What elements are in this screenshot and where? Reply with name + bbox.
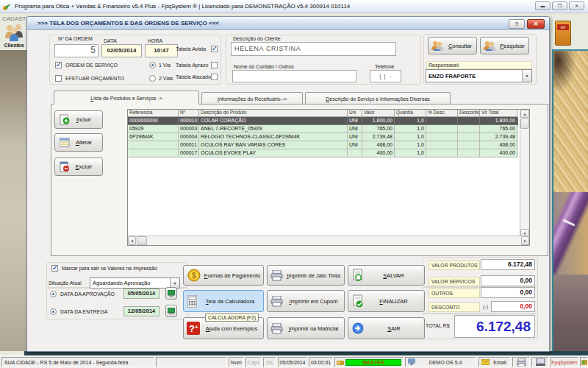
horizontal-scroll-thumb[interactable] [137,236,147,245]
status-empty [156,357,227,367]
imprimir-matricial-label: Imprimir na Matricial [283,325,344,332]
valor-produtos-label: VALOR PRODUTOS [429,261,480,270]
formas-pagamento-button[interactable]: $ Formas de Pagamento [183,265,264,286]
background-photo-left [0,50,26,351]
table-row[interactable]: 6P29IM4K000004RELOGIO TECHNOS-CLASSIC-6P… [128,133,518,141]
via2-radio[interactable] [149,75,156,82]
grid-horizontal-scrollbar[interactable]: ◄ ► [128,236,529,245]
table-row[interactable]: 000011OCULOS RAY BAN VARIAS CORESUNI468,… [128,141,518,149]
scroll-right-button[interactable]: ► [521,236,529,245]
responsible-dropdown-arrow[interactable]: ▼ [522,70,531,82]
client-field[interactable]: HELENA CRISTINA [231,42,396,56]
excluir-label: Excluir [70,163,98,170]
grid-column-header[interactable]: % Desc. [426,110,458,117]
tab-lista-produtos-label: Lista de Produtos e Serviços -> [90,96,162,101]
sair-button[interactable]: SAIR [348,317,425,339]
dialog-close-button[interactable]: ✕ [527,19,545,29]
consultar-label: Consultar [444,43,476,49]
excluir-button[interactable]: Excluir [54,158,103,176]
tab-informacoes-receituario[interactable]: Informações do Receituário -> [201,92,303,105]
toolbar-icon-right[interactable]: GF [555,21,571,46]
imprimir-cupom-button[interactable]: Imprimir em Cupom [267,290,345,312]
grid-column-header[interactable]: Quantia [395,110,426,117]
calculadora-label: Tela da Calculadora [197,298,263,305]
grid-column-header[interactable]: Uni [348,110,362,117]
table-cell: 1,0 [395,125,426,133]
alterar-button[interactable]: Alterar [54,133,103,152]
finalizar-button[interactable]: FINALIZAR [348,290,425,312]
entrega-radio[interactable] [50,308,57,315]
aprovacao-radio[interactable] [50,291,57,297]
grid-column-header[interactable]: Valor [362,110,395,117]
entrega-date-field[interactable]: 12/05/2014 [123,306,159,316]
tabela-aprazo-checkbox[interactable] [211,62,218,68]
status-display[interactable] [531,357,549,367]
table-cell: 1,0 [395,133,426,141]
calculadora-button[interactable]: Tela da Calculadora [183,290,264,312]
grid-column-header[interactable]: Nº [179,110,199,117]
via1-radio[interactable] [149,62,156,68]
table-cell: 1.800,00 [480,117,517,125]
imprimir-matricial-button[interactable]: Imprimir na Matricial [267,317,345,339]
scroll-left-button[interactable]: ◄ [128,236,136,245]
incluir-button[interactable]: Incluir [54,110,103,129]
user-key-icon [337,358,344,366]
via1-label: 1 Via [159,63,171,68]
table-row[interactable]: 0000000000000010COLAR CORAÇÃOUNI1.800,00… [128,117,518,125]
toolbar-item-clientes[interactable]: Clientes [1,24,26,50]
grid-column-header[interactable]: Descrição do Produto [199,110,348,117]
tab-lista-produtos[interactable]: Lista de Produtos e Serviços -> [54,91,199,105]
status-email[interactable]: Email [478,357,511,367]
finalizar-label: FINALIZAR [363,298,424,305]
entrega-calendar-button[interactable] [165,305,177,317]
aprovacao-label: DATA DA APROVAÇÃO [60,291,115,297]
date-field[interactable]: 02/05/2014 [101,44,142,57]
order-number-field[interactable]: 5 [54,44,98,57]
ajuda-label: Ajuda com Exemplos [200,325,263,332]
imprimir-jato-button[interactable]: Imprimir de Jato Tinta [267,265,345,286]
grid-column-header[interactable]: Desconto [458,110,480,117]
ordem-servico-checkbox[interactable] [55,62,62,68]
status-printer[interactable] [512,357,530,367]
aprovacao-calendar-button[interactable] [165,287,177,300]
ordem-servico-label: ORDEM DE SERVIÇO [65,63,118,68]
consultar-button[interactable]: Consultar [428,37,477,54]
minimize-button[interactable]: ▬ [535,1,551,10]
table-row[interactable]: 000017OCULOS EVOKE PLAY400,001,0400,00 [128,149,518,158]
tabela-avista-checkbox[interactable] [211,46,218,52]
tab-descricao-servico[interactable]: Descrição do Serviço e Informações Diver… [305,92,451,105]
grid-column-header[interactable]: Referencia [128,110,179,117]
close-button[interactable]: ✕ [569,1,584,10]
scroll-up-button[interactable]: ▲ [520,110,529,118]
efetuar-orcamento-checkbox[interactable] [55,75,62,82]
phone-field[interactable]: [ ] - [370,70,401,82]
table-cell: 400,00 [480,149,517,158]
grid-header: ReferenciaNºDescrição do ProdutoUniValor… [128,110,518,117]
calendar-icon [168,290,175,297]
sair-label: SAIR [364,325,424,332]
pesquisar-label: Pesquisar [496,43,528,49]
table-row[interactable]: 05929000003ANEL 7-RECORTE_05929UNI765,00… [128,125,518,133]
contact-field[interactable] [232,70,356,82]
consultar-icon [431,40,444,52]
restore-button[interactable]: ❐ [552,1,567,10]
grid-vertical-scrollbar[interactable]: ▲ ▼ [520,110,529,237]
status-date: 05/05/2014 [278,357,307,367]
tabela-atacado-checkbox[interactable] [211,74,218,80]
vertical-scroll-thumb[interactable] [520,118,529,129]
pesquisar-button[interactable]: Pesquisar [480,37,529,54]
contact-label: Nome do Contato / Outros [234,64,294,69]
time-field[interactable]: 10:47 [145,44,178,57]
grid-column-header[interactable]: Vlr Total [480,110,517,117]
monitor-icon [408,358,415,366]
responsible-dropdown[interactable]: ENZO FRAPORTE ▼ [426,69,532,82]
dialog-help-button[interactable]: ? [509,19,525,29]
desconto-label: DESCONTO [429,302,480,312]
salvar-button[interactable]: SALVAR [348,265,425,286]
total-value: 6.172,48 [454,315,535,338]
help-plus-icon: ?+ [187,322,200,335]
dialog-titlebar[interactable]: >>> TELA DOS ORÇAMENTOS E DAS ORDENS DE … [27,17,549,30]
aprovacao-date-field[interactable]: 05/05/2014 [123,289,159,299]
entrega-label: DATA DA ENTREGA [60,309,107,314]
print-values-checkbox[interactable] [51,265,58,272]
